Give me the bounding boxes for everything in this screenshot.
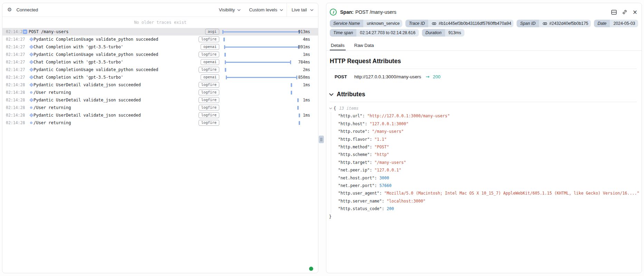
attribute-value: "POST" — [375, 145, 389, 149]
trace-row[interactable]: 02:14:27Pydantic CompletionUsage validat… — [2, 66, 318, 73]
copy-link-button[interactable] — [622, 9, 627, 15]
trace-row[interactable]: 02:14:28/User returninglogfire — [2, 104, 318, 111]
trace-row[interactable]: 02:14:27POST /many-usersasgi913ms — [2, 28, 318, 36]
split-horizontal-icon — [611, 10, 617, 15]
scope-badge: logfire — [199, 120, 219, 126]
trace-panel-toolbar: ⚙ Connected Visibility Custom levels Liv… — [2, 3, 318, 17]
scope-badge: logfire — [199, 82, 219, 88]
tab-details[interactable]: Details — [330, 41, 346, 50]
attribute-value: "/many-users" — [372, 129, 404, 134]
attribute-entry: "http.host": "127.0.0.1:3000" — [338, 120, 637, 128]
trace-time: 02:14:28 — [6, 113, 25, 118]
settings-button[interactable]: ⚙ — [7, 7, 12, 13]
trace-row[interactable]: 02:14:28/User returninglogfire — [2, 119, 318, 127]
trace-row[interactable]: 02:14:28/User returninglogfire — [2, 89, 318, 96]
trace-time: 02:14:27 — [6, 45, 25, 49]
span-duration: 891ms — [298, 45, 310, 49]
debug-level-icon — [29, 113, 33, 117]
live-tail-dropdown[interactable]: Live tail — [287, 3, 318, 17]
http-method: POST — [335, 74, 354, 79]
waterfall-cell — [222, 36, 300, 43]
meta-value: 913ms — [445, 29, 465, 37]
span-name: Pydantic UserDetail validate_json succee… — [33, 98, 141, 102]
attribute-key: "http.flavor" — [338, 137, 369, 142]
scope-badge: openai — [201, 44, 219, 50]
span-name: /User returning — [33, 105, 71, 110]
waterfall-cell — [222, 51, 300, 58]
attributes-json: { 13 items "http.url": "http://127.0.0.1… — [329, 105, 637, 220]
attribute-entry: "http.route": "/many-users" — [338, 128, 637, 135]
tab-raw-data[interactable]: Raw Data — [353, 41, 375, 50]
info-level-icon — [30, 91, 32, 94]
detail-header-actions: × — [611, 9, 637, 15]
attribute-entry: "http.flavor": "1.1" — [338, 136, 637, 143]
trace-time: 02:14:28 — [6, 105, 25, 110]
trace-row[interactable]: 02:14:27Chat Completion with 'gpt-3.5-tu… — [2, 58, 318, 66]
trace-row[interactable]: 02:14:27Pydantic CompletionUsage validat… — [2, 36, 318, 43]
span-name: Pydantic CompletionUsage validate_python… — [33, 37, 158, 42]
span-name: Pydantic UserDetail validate_json succee… — [33, 113, 141, 118]
trace-panel: ⚙ Connected Visibility Custom levels Liv… — [2, 3, 318, 273]
meta-badge: Date2024-05-03 — [594, 20, 638, 27]
debug-level-icon — [29, 75, 33, 79]
waterfall-cell — [222, 96, 300, 104]
panel-resize-handle[interactable] — [319, 136, 324, 143]
span-kind-label: Span: — [340, 9, 354, 15]
waterfall-tick — [299, 114, 300, 117]
span-title-text: POST /many-users — [355, 9, 396, 15]
waterfall-span-bar — [225, 60, 291, 64]
live-indicator-dot — [309, 267, 313, 271]
trace-row[interactable]: 02:14:27Chat Completion with 'gpt-3.5-tu… — [2, 73, 318, 81]
scope-badge: logfire — [199, 67, 219, 72]
trace-row[interactable]: 02:14:28Pydantic UserDetail validate_jso… — [2, 111, 318, 119]
trace-row[interactable]: 02:14:28Pydantic UserDetail validate_jso… — [2, 96, 318, 104]
split-view-button[interactable] — [611, 10, 617, 15]
debug-level-icon — [29, 68, 33, 71]
attribute-key: "http.url" — [338, 114, 362, 118]
trace-time: 02:14:28 — [6, 82, 25, 87]
custom-levels-dropdown[interactable]: Custom levels — [249, 7, 283, 12]
meta-badge: Service Nameunknown_service — [330, 20, 402, 27]
trace-row[interactable]: 02:14:27Pydantic CompletionUsage validat… — [2, 51, 318, 58]
no-older-traces-notice: No older traces exist — [2, 17, 318, 28]
waterfall-tick — [297, 106, 299, 110]
json-close-line: } — [329, 213, 637, 220]
attribute-value: 200 — [387, 206, 394, 211]
attribute-entry: "http.scheme": "http" — [338, 151, 637, 158]
span-duration: 784ms — [298, 60, 310, 65]
gear-icon: ⚙ — [7, 7, 12, 12]
debug-level-icon — [29, 83, 33, 87]
span-detail-header: i Span:POST /many-users × — [330, 8, 637, 16]
meta-badge[interactable]: Span ID#2432d40ef5b0b175 — [517, 20, 591, 27]
collapse-toggle-icon[interactable] — [23, 30, 27, 34]
waterfall-cell — [222, 119, 300, 127]
trace-row[interactable]: 02:14:28Pydantic UserDetail validate_jso… — [2, 81, 318, 89]
debug-level-icon — [29, 37, 33, 41]
span-name: POST /many-users — [29, 29, 69, 34]
attribute-entry: "http.method": "POST" — [338, 143, 637, 151]
attribute-value: "/many-users" — [375, 160, 406, 165]
collapse-chevron-icon[interactable] — [329, 107, 332, 109]
items-count: 13 items — [339, 105, 358, 112]
meta-label: Time span — [330, 29, 356, 37]
close-button[interactable]: × — [633, 9, 637, 15]
scope-badge: logfire — [199, 105, 219, 110]
span-name: Pydantic CompletionUsage validate_python… — [33, 52, 158, 57]
visibility-dropdown[interactable]: Visibility — [219, 7, 241, 12]
connection-status: Connected — [16, 7, 38, 12]
chevron-down-icon — [329, 93, 334, 96]
waterfall-span-bar — [222, 30, 300, 34]
span-duration: 1ms — [303, 82, 310, 87]
attribute-value: "Mozilla/5.0 (Macintosh; Intel Mac OS X … — [384, 191, 640, 196]
meta-row: Service Nameunknown_serviceTrace ID#b1c4… — [330, 20, 638, 27]
attribute-value: "127.0.0.1:3000" — [369, 121, 408, 126]
meta-badge: Duration913ms — [422, 29, 464, 37]
waterfall-tick — [224, 53, 226, 57]
attribute-entry: "http.user_agent": "Mozilla/5.0 (Macinto… — [338, 189, 637, 197]
attribute-key: "http.server_name" — [338, 199, 382, 204]
meta-value: 2024-05-03 — [610, 20, 638, 27]
meta-badge[interactable]: Trace ID#b1c445ef3b0b43116df5760ffb470a9… — [405, 20, 513, 27]
trace-row[interactable]: 02:14:27Chat Completion with 'gpt-3.5-tu… — [2, 43, 318, 51]
attributes-section-heading[interactable]: Attributes — [329, 91, 642, 98]
span-duration: 4ms — [303, 37, 310, 42]
